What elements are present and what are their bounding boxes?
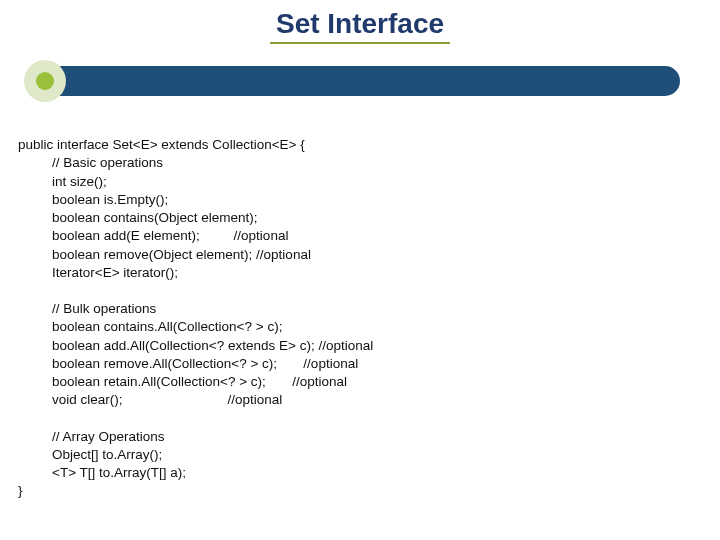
code-line: public interface Set<E> extends Collecti… — [18, 137, 305, 152]
bullet-icon-inner — [36, 72, 54, 90]
code-block: public interface Set<E> extends Collecti… — [0, 100, 720, 501]
code-line: // Basic operations — [18, 155, 163, 170]
banner-bar — [40, 66, 680, 96]
code-line: int size(); — [18, 174, 107, 189]
code-line: } — [18, 483, 23, 498]
code-line: Object[] to.Array(); — [18, 447, 162, 462]
code-line: Iterator<E> iterator(); — [18, 265, 178, 280]
code-line: boolean contains(Object element); — [18, 210, 258, 225]
code-line: boolean add.All(Collection<? extends E> … — [18, 338, 373, 353]
code-line: void clear(); //optional — [18, 392, 282, 407]
banner — [0, 52, 720, 100]
code-line: boolean remove.All(Collection<? > c); //… — [18, 356, 358, 371]
title-underline — [270, 42, 450, 44]
slide-title: Set Interface — [0, 0, 720, 44]
code-line: boolean retain.All(Collection<? > c); //… — [18, 374, 347, 389]
bullet-icon — [24, 60, 66, 102]
code-line: boolean add(E element); //optional — [18, 228, 288, 243]
code-line: boolean remove(Object element); //option… — [18, 247, 311, 262]
code-line: <T> T[] to.Array(T[] a); — [18, 465, 186, 480]
code-line: // Array Operations — [18, 429, 165, 444]
code-line: // Bulk operations — [18, 301, 156, 316]
code-line: boolean is.Empty(); — [18, 192, 168, 207]
code-line: boolean contains.All(Collection<? > c); — [18, 319, 282, 334]
